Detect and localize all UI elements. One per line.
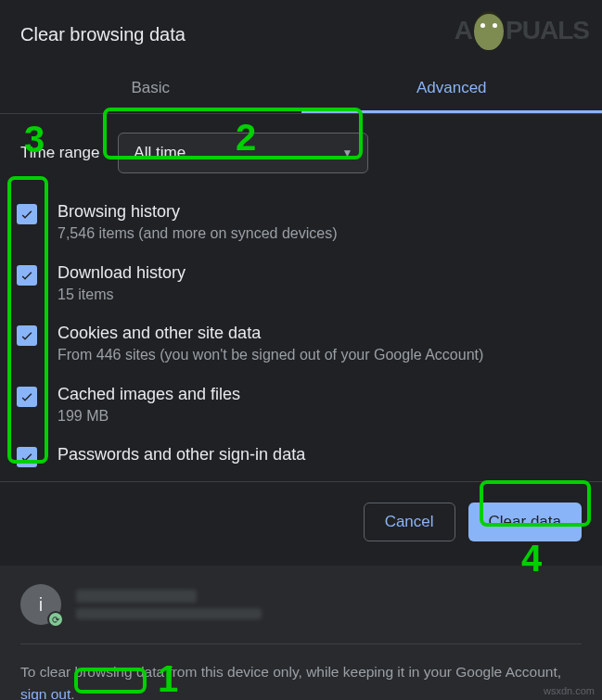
option-title: Cookies and other site data	[58, 322, 483, 345]
footer-text-before: To clear browsing data from this device …	[20, 664, 561, 680]
option-download-history[interactable]: Download history 15 items	[17, 253, 582, 314]
footer-text: To clear browsing data from this device …	[20, 644, 582, 700]
action-bar: Cancel Clear data	[0, 481, 602, 566]
option-passwords[interactable]: Passwords and other sign-in data	[17, 435, 582, 476]
option-subtitle: 7,546 items (and more on synced devices)	[58, 223, 337, 244]
check-icon	[19, 450, 34, 465]
option-subtitle: From 446 sites (you won't be signed out …	[58, 345, 483, 365]
attribution-text: wsxdn.com	[544, 685, 595, 696]
option-browsing-history[interactable]: Browsing history 7,546 items (and more o…	[17, 192, 582, 253]
cancel-button[interactable]: Cancel	[364, 503, 455, 541]
option-title: Download history	[58, 261, 186, 285]
watermark-text-right: PUALS	[506, 16, 589, 45]
watermark-text-left: A	[455, 16, 472, 45]
checkbox-download-history[interactable]	[17, 265, 37, 286]
tab-bar: Basic Advanced	[0, 66, 602, 114]
clear-data-button[interactable]: Clear data	[468, 503, 582, 541]
watermark-logo: A PUALS	[455, 11, 589, 50]
watermark-mascot-icon	[474, 11, 504, 50]
option-title: Browsing history	[58, 200, 337, 223]
option-text: Passwords and other sign-in data	[58, 443, 305, 466]
account-row: i ⟳	[20, 584, 582, 644]
options-list: Browsing history 7,546 items (and more o…	[0, 183, 602, 476]
option-title: Cached images and files	[58, 383, 240, 406]
time-range-dropdown[interactable]: All time ▼	[118, 133, 368, 173]
checkbox-passwords[interactable]	[17, 447, 37, 467]
time-range-label: Time range	[20, 144, 99, 162]
option-subtitle: 199 MB	[58, 406, 240, 426]
check-icon	[19, 207, 34, 222]
tab-basic[interactable]: Basic	[0, 66, 301, 113]
chevron-down-icon: ▼	[341, 146, 352, 159]
account-name-redacted	[76, 590, 197, 603]
avatar-letter: i	[39, 594, 43, 616]
check-icon	[19, 328, 34, 343]
option-text: Cached images and files 199 MB	[58, 383, 240, 427]
tab-advanced[interactable]: Advanced	[301, 66, 603, 113]
footer-text-after: .	[70, 686, 74, 700]
account-section: i ⟳ To clear browsing data from this dev…	[0, 566, 602, 700]
checkbox-cookies[interactable]	[17, 325, 37, 346]
option-text: Download history 15 items	[58, 261, 186, 306]
option-text: Cookies and other site data From 446 sit…	[58, 322, 483, 366]
time-range-row: Time range All time ▼	[0, 114, 602, 183]
account-email-redacted	[76, 608, 262, 619]
option-text: Browsing history 7,546 items (and more o…	[58, 200, 337, 245]
time-range-value: All time	[134, 144, 186, 162]
sign-out-link[interactable]: sign out	[20, 686, 70, 700]
check-icon	[19, 268, 34, 283]
option-title: Passwords and other sign-in data	[58, 443, 305, 466]
option-cached[interactable]: Cached images and files 199 MB	[17, 375, 582, 436]
sync-badge-icon: ⟳	[47, 611, 64, 628]
option-cookies[interactable]: Cookies and other site data From 446 sit…	[17, 313, 582, 375]
option-subtitle: 15 items	[58, 285, 186, 305]
avatar: i ⟳	[20, 584, 61, 625]
account-info	[76, 590, 262, 619]
check-icon	[19, 389, 34, 404]
checkbox-browsing-history[interactable]	[17, 204, 37, 224]
checkbox-cached[interactable]	[17, 387, 37, 407]
